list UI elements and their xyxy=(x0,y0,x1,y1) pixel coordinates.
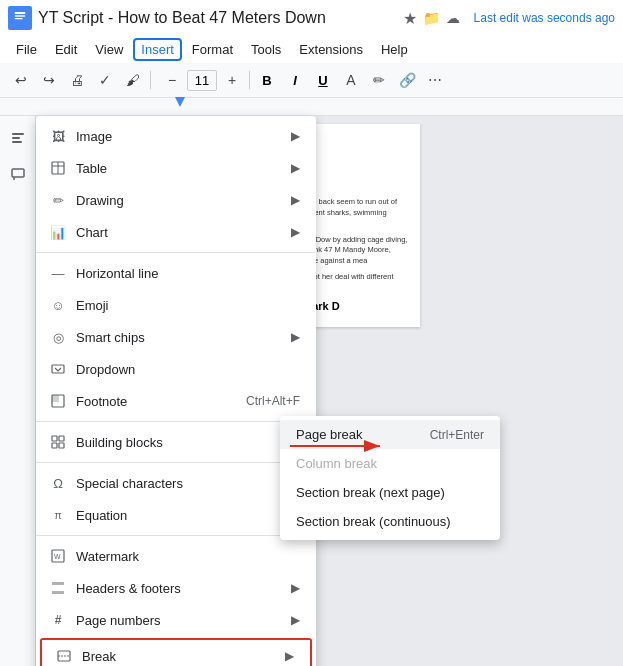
menu-item-chart[interactable]: 📊 Chart ▶ xyxy=(36,216,316,248)
menu-item-watermark[interactable]: W Watermark xyxy=(36,540,316,572)
menu-insert[interactable]: Insert xyxy=(133,38,182,61)
svg-rect-4 xyxy=(12,137,20,139)
svg-rect-13 xyxy=(52,436,57,441)
toolbar-separator-1 xyxy=(150,71,151,89)
insert-dropdown-menu: 🖼 Image ▶ Table ▶ ✏ Drawing ▶ 📊 Chart ▶ xyxy=(36,116,316,666)
chart-label: Chart xyxy=(76,225,291,240)
star-icon[interactable]: ★ xyxy=(403,9,417,28)
menu-item-page-numbers[interactable]: # Page numbers ▶ xyxy=(36,604,316,636)
undo-button[interactable]: ↩ xyxy=(8,67,34,93)
submenu-item-page-break[interactable]: Page break Ctrl+Enter xyxy=(280,420,500,449)
table-label: Table xyxy=(76,161,291,176)
svg-text:W: W xyxy=(54,553,61,560)
menu-item-horizontal-line[interactable]: — Horizontal line xyxy=(36,257,316,289)
font-size-value[interactable]: 11 xyxy=(187,70,217,91)
emoji-label: Emoji xyxy=(76,298,300,313)
submenu-item-section-break-continuous[interactable]: Section break (continuous) xyxy=(280,507,500,536)
svg-rect-15 xyxy=(52,443,57,448)
menu-item-table[interactable]: Table ▶ xyxy=(36,152,316,184)
emoji-icon: ☺ xyxy=(48,295,68,315)
headers-footers-icon xyxy=(48,578,68,598)
sidebar-comments-icon[interactable] xyxy=(4,160,32,188)
svg-rect-19 xyxy=(52,582,64,585)
section-break-next-label: Section break (next page) xyxy=(296,485,484,500)
table-icon xyxy=(48,158,68,178)
divider-1 xyxy=(36,252,316,253)
font-size-control: − 11 + xyxy=(159,67,245,93)
font-size-increase[interactable]: + xyxy=(219,67,245,93)
menu-item-break[interactable]: Break ▶ xyxy=(42,640,310,666)
cloud-icon[interactable]: ☁ xyxy=(446,10,460,26)
menu-item-special-characters[interactable]: Ω Special characters xyxy=(36,467,316,499)
special-characters-label: Special characters xyxy=(76,476,300,491)
page-numbers-icon: # xyxy=(48,610,68,630)
highlight-button[interactable]: ✏ xyxy=(366,67,392,93)
svg-rect-0 xyxy=(15,12,26,14)
ruler-marker[interactable] xyxy=(175,98,185,107)
spellcheck-button[interactable]: ✓ xyxy=(92,67,118,93)
headers-footers-label: Headers & footers xyxy=(76,581,291,596)
last-edit-status: Last edit was seconds ago xyxy=(474,11,615,25)
break-arrow: ▶ xyxy=(285,649,294,663)
underline-button[interactable]: U xyxy=(310,67,336,93)
bold-button[interactable]: B xyxy=(254,67,280,93)
paint-format-button[interactable]: 🖌 xyxy=(120,67,146,93)
submenu-item-column-break[interactable]: Column break xyxy=(280,449,500,478)
page-break-shortcut: Ctrl+Enter xyxy=(430,428,484,442)
menu-format[interactable]: Format xyxy=(184,38,241,61)
menu-item-footnote[interactable]: Footnote Ctrl+Alt+F xyxy=(36,385,316,417)
font-color-button[interactable]: A xyxy=(338,67,364,93)
smart-chips-label: Smart chips xyxy=(76,330,291,345)
menu-item-emoji[interactable]: ☺ Emoji xyxy=(36,289,316,321)
menu-tools[interactable]: Tools xyxy=(243,38,289,61)
building-blocks-icon xyxy=(48,432,68,452)
more-button[interactable]: ⋯ xyxy=(422,67,448,93)
table-arrow: ▶ xyxy=(291,161,300,175)
footnote-label: Footnote xyxy=(76,394,246,409)
menu-edit[interactable]: Edit xyxy=(47,38,85,61)
font-size-decrease[interactable]: − xyxy=(159,67,185,93)
print-button[interactable]: 🖨 xyxy=(64,67,90,93)
svg-rect-20 xyxy=(52,591,64,594)
menu-extensions[interactable]: Extensions xyxy=(291,38,371,61)
menu-item-smart-chips[interactable]: ◎ Smart chips ▶ xyxy=(36,321,316,353)
image-label: Image xyxy=(76,129,291,144)
main-area: How t Intro Hey guys, welcome back seem … xyxy=(0,116,623,666)
app-icon xyxy=(8,6,32,30)
link-button[interactable]: 🔗 xyxy=(394,67,420,93)
document-title: YT Script - How to Beat 47 Meters Down xyxy=(38,9,397,27)
menu-item-building-blocks[interactable]: Building blocks ▶ xyxy=(36,426,316,458)
toolbar-separator-2 xyxy=(249,71,250,89)
image-arrow: ▶ xyxy=(291,129,300,143)
image-icon: 🖼 xyxy=(48,126,68,146)
italic-button[interactable]: I xyxy=(282,67,308,93)
folder-icon[interactable]: 📁 xyxy=(423,10,440,26)
menu-help[interactable]: Help xyxy=(373,38,416,61)
svg-rect-2 xyxy=(15,18,23,19)
ruler xyxy=(0,98,623,116)
footnote-shortcut: Ctrl+Alt+F xyxy=(246,394,300,408)
menu-item-image[interactable]: 🖼 Image ▶ xyxy=(36,120,316,152)
svg-rect-1 xyxy=(15,15,26,16)
svg-rect-6 xyxy=(12,169,24,177)
menu-item-headers-footers[interactable]: Headers & footers ▶ xyxy=(36,572,316,604)
submenu-item-section-break-next[interactable]: Section break (next page) xyxy=(280,478,500,507)
menu-item-dropdown[interactable]: Dropdown xyxy=(36,353,316,385)
divider-2 xyxy=(36,421,316,422)
menu-item-drawing[interactable]: ✏ Drawing ▶ xyxy=(36,184,316,216)
break-submenu: Page break Ctrl+Enter Column break Secti… xyxy=(280,416,500,540)
svg-rect-14 xyxy=(59,436,64,441)
svg-rect-5 xyxy=(12,141,22,143)
menu-item-equation[interactable]: π Equation xyxy=(36,499,316,531)
smart-chips-icon: ◎ xyxy=(48,327,68,347)
menu-view[interactable]: View xyxy=(87,38,131,61)
page-numbers-arrow: ▶ xyxy=(291,613,300,627)
drawing-label: Drawing xyxy=(76,193,291,208)
column-break-label: Column break xyxy=(296,456,484,471)
sidebar-outline-icon[interactable] xyxy=(4,124,32,152)
title-bar: YT Script - How to Beat 47 Meters Down ★… xyxy=(0,0,623,36)
redo-button[interactable]: ↪ xyxy=(36,67,62,93)
break-label: Break xyxy=(82,649,285,664)
svg-rect-3 xyxy=(12,133,24,135)
menu-file[interactable]: File xyxy=(8,38,45,61)
